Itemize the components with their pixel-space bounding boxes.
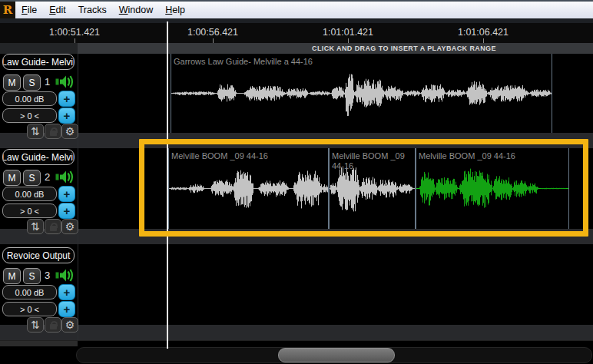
volume-field[interactable]: 0.00 dB [2,187,57,201]
lock-button[interactable] [45,317,61,333]
solo-button[interactable]: S [23,170,41,186]
track-name-field[interactable]: Law Guide- Melvil [2,149,75,165]
horizontal-scrollbar-thumb[interactable] [278,348,395,362]
menu-item-window[interactable]: Window [113,2,159,18]
solo-button[interactable]: S [23,74,41,91]
clip-label: Garrows Law Guide- Melville a 44-16 [174,57,546,67]
speaker-icon[interactable] [55,267,75,283]
lock-icon [50,223,57,231]
settings-gear-button[interactable]: ⚙ [61,219,78,234]
mute-button[interactable]: M [3,268,21,284]
ruler-timestamp: 1:01:06.421 [458,27,509,38]
volume-expand-button[interactable]: + [58,284,75,300]
tracks-bottom-edge [0,340,593,341]
pitch-expand-button[interactable]: + [58,203,75,219]
lock-icon [50,321,57,329]
lock-button[interactable] [45,219,61,234]
track-lane-3 [0,244,593,325]
ruler-timestamp: 1:00:51.421 [49,27,100,38]
selection-highlight-box [139,139,588,237]
volume-field[interactable]: 0.00 dB [2,91,57,106]
volume-expand-button[interactable]: + [58,91,75,107]
playback-strip-left [0,43,78,54]
mute-button[interactable]: M [3,74,21,91]
pitch-range-field[interactable]: > 0 < [2,108,57,123]
settings-gear-button[interactable]: ⚙ [61,317,78,333]
speaker-icon[interactable] [55,74,75,90]
track-panel-3: Revoice OutputMS30.00 dB+> 0 <+⇅⚙ [0,247,78,333]
reorder-arrows-button[interactable]: ⇅ [27,124,44,139]
track-panel-2: Law Guide- MelvilMS20.00 dB+> 0 <+⇅⚙ [0,149,78,235]
ruler-tick [75,38,75,43]
volume-expand-button[interactable]: + [58,186,75,202]
panel-timeline-divider [78,54,78,340]
menu-bar: R FileEditTracksWindowHelp [0,2,593,18]
app-logo-letter: R [3,3,12,17]
track-name-field[interactable]: Law Guide- Melvil [2,54,75,70]
pitch-range-field[interactable]: > 0 < [2,204,57,218]
track-number: 1 [45,76,50,88]
speaker-icon[interactable] [55,169,75,185]
lock-icon [50,127,57,136]
pitch-range-field[interactable]: > 0 < [2,302,57,316]
volume-field[interactable]: 0.00 dB [2,285,57,299]
menu-item-help[interactable]: Help [159,2,191,18]
menu-item-tracks[interactable]: Tracks [72,2,113,18]
pitch-expand-button[interactable]: + [58,108,75,124]
settings-gear-button[interactable]: ⚙ [61,124,78,139]
bottom-left-strip [0,341,78,346]
menu-item-edit[interactable]: Edit [43,2,72,18]
ruler-timestamp: 1:00:56.421 [187,27,238,38]
ruler-timestamp: 1:01:01.421 [323,27,373,38]
revoice-app-window: R FileEditTracksWindowHelp 1:00:51.4211:… [0,0,593,364]
track-number: 2 [45,171,50,183]
app-logo-icon: R [0,2,15,18]
reorder-arrows-button[interactable]: ⇅ [27,219,44,234]
reorder-arrows-button[interactable]: ⇅ [27,317,44,333]
solo-button[interactable]: S [23,268,41,284]
playback-range-hint: CLICK AND DRAG TO INSERT A PLAYBACK RANG… [312,45,496,52]
pitch-expand-button[interactable]: + [58,301,75,317]
track-name-field[interactable]: Revoice Output [2,247,75,263]
track-number: 3 [45,270,50,281]
track-separator [0,325,593,340]
menu-item-file[interactable]: File [15,2,43,18]
mute-button[interactable]: M [3,170,21,186]
lock-button[interactable] [45,124,61,139]
timeline-ruler[interactable]: 1:00:51.4211:00:56.4211:01:01.4211:01:06… [0,23,593,43]
track-panel-1: Law Guide- MelvilMS10.00 dB+> 0 <+⇅⚙ [0,54,78,140]
